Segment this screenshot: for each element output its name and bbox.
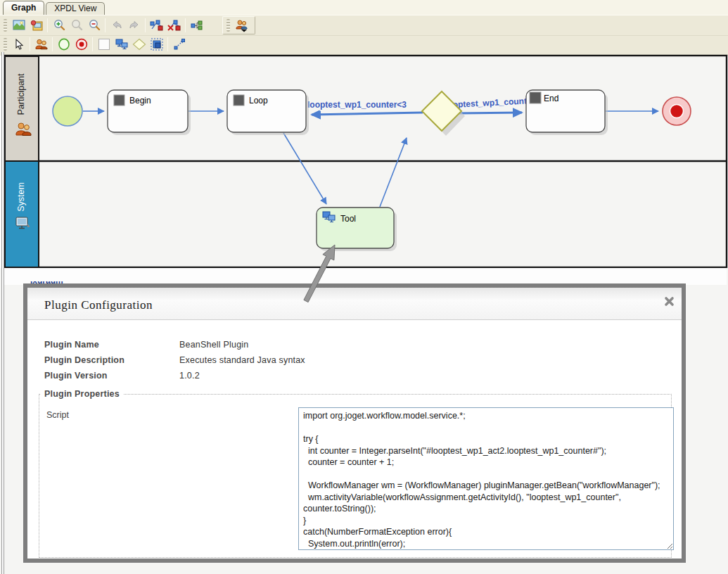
lane-system-header[interactable]: System — [5, 161, 39, 267]
plugin-properties-fieldset: Plugin Properties Script import org.joge… — [39, 389, 672, 558]
toolbar-grip[interactable] — [4, 19, 7, 32]
plugin-name-label: Plugin Name — [44, 340, 179, 350]
activity-tool-icon[interactable] — [95, 37, 113, 52]
activity-icon — [114, 95, 124, 106]
svg-text:Tool: Tool — [340, 214, 356, 224]
svg-text:System: System — [16, 182, 26, 212]
participant-mapping-group — [222, 16, 255, 34]
field-row-plugin-name: Plugin Name BeanShell Plugin — [27, 337, 682, 352]
toolbar-grip[interactable] — [226, 19, 230, 32]
dialog-titlebar: Plugin Configuration — [27, 288, 682, 320]
field-row-plugin-description: Plugin Description Executes standard Jav… — [27, 352, 682, 368]
svg-text:Begin: Begin — [129, 96, 151, 106]
svg-text:Participant: Participant — [16, 73, 26, 115]
start-node[interactable] — [53, 96, 82, 126]
tool-node[interactable]: Tool — [317, 208, 397, 251]
participant-tool-icon[interactable] — [32, 37, 50, 52]
close-icon[interactable] — [664, 296, 675, 307]
export-image-icon[interactable] — [27, 18, 45, 33]
add-route-point-icon[interactable] — [148, 18, 165, 33]
zoom-icon[interactable] — [68, 18, 85, 33]
main-toolbar — [0, 15, 728, 35]
svg-text:End: End — [544, 94, 558, 103]
workflow-designer-window: Graph XPDL View — [0, 0, 728, 574]
end-node-icon[interactable] — [72, 37, 90, 52]
end-node[interactable] — [663, 97, 691, 125]
activity-node-loop[interactable]: Loop — [227, 90, 309, 135]
window-edge — [1, 52, 4, 574]
plugin-description-value: Executes standard Java syntax — [179, 355, 305, 365]
process-canvas[interactable]: Participant System — [0, 52, 728, 268]
redo-icon[interactable] — [125, 18, 143, 33]
toolbar-separator — [167, 37, 168, 51]
activity-icon — [530, 92, 541, 103]
toolbar-separator — [185, 18, 186, 32]
plugin-properties-legend: Plugin Properties — [41, 389, 123, 399]
script-input[interactable]: import org.joget.workflow.model.service.… — [298, 407, 674, 550]
toolbar-separator — [92, 37, 93, 51]
palette-toolbar — [0, 35, 728, 52]
svg-text:Loop: Loop — [249, 96, 268, 106]
route-node-icon[interactable] — [130, 37, 148, 52]
toolbar-separator — [47, 18, 48, 32]
tool-node-icon[interactable] — [113, 37, 130, 52]
activity-node-begin[interactable]: Begin — [108, 90, 191, 135]
plugin-description-label: Plugin Description — [44, 355, 179, 365]
lane-participant-header[interactable]: Participant — [5, 56, 39, 161]
tab-xpdl-view[interactable]: XPDL View — [46, 2, 105, 15]
select-cursor-icon[interactable] — [10, 37, 27, 52]
toolbar-separator — [52, 37, 53, 51]
plugin-version-label: Plugin Version — [44, 371, 179, 381]
activity-node-end[interactable]: End — [526, 90, 608, 135]
plugin-config-dialog: Plugin Configuration Plugin Name BeanShe… — [23, 283, 686, 563]
tab-strip: Graph XPDL View — [0, 0, 728, 15]
tab-graph[interactable]: Graph — [3, 1, 44, 15]
toolbar-separator — [30, 37, 30, 51]
script-label: Script — [46, 410, 69, 420]
plugin-version-value: 1.0.2 — [179, 371, 200, 381]
tree-layout-icon[interactable] — [188, 18, 205, 33]
dialog-title: Plugin Configuration — [44, 298, 153, 312]
participant-mapping-icon[interactable] — [233, 18, 250, 33]
subflow-tool-icon[interactable] — [148, 37, 165, 52]
image-icon[interactable] — [10, 18, 27, 33]
zoom-in-icon[interactable] — [50, 18, 68, 33]
undo-icon[interactable] — [108, 18, 125, 33]
toolbar-separator — [105, 18, 106, 32]
field-row-plugin-version: Plugin Version 1.0.2 — [27, 368, 682, 383]
plugin-name-value: BeanShell Plugin — [179, 340, 248, 350]
remove-route-point-icon[interactable] — [165, 18, 183, 33]
edge-label: looptest_wp1_counter<3 — [307, 100, 407, 110]
activity-icon — [234, 95, 244, 106]
transition-tool-icon[interactable] — [170, 37, 188, 52]
toolbar-grip[interactable] — [4, 38, 7, 51]
canvas-margin — [4, 268, 727, 285]
start-node-icon[interactable] — [55, 37, 72, 52]
dialog-body: Plugin Name BeanShell Plugin Plugin Desc… — [27, 320, 682, 558]
zoom-out-icon[interactable] — [85, 18, 103, 33]
toolbar-separator — [145, 18, 146, 32]
